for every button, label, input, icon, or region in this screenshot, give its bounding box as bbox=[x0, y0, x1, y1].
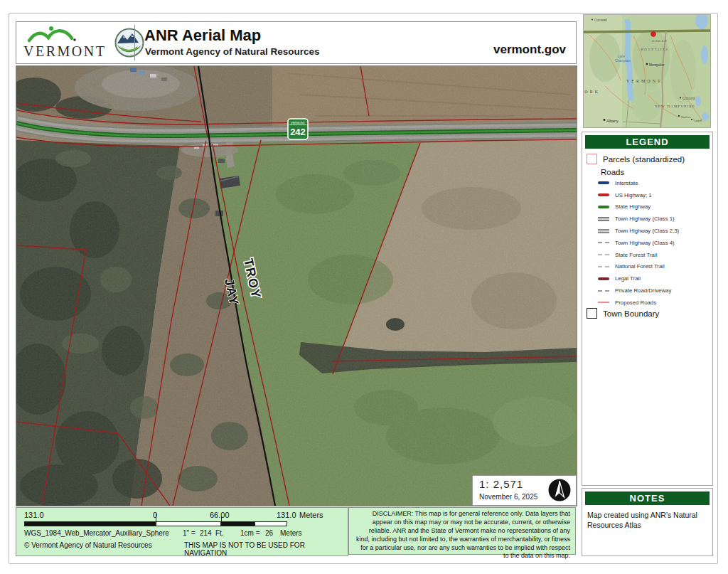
inch-unit: Ft. bbox=[215, 529, 224, 537]
legend-item-label: Town Highway (Class 1) bbox=[615, 216, 675, 222]
inset-border-road bbox=[584, 31, 710, 32]
inset-label-lowell: Lowell bbox=[694, 119, 702, 122]
aerial-imagery: TROY JAY VERMONT 242 bbox=[16, 66, 577, 506]
legend-item-label: National Forest Trail bbox=[615, 263, 665, 270]
parcels-swatch bbox=[587, 154, 597, 164]
map-scale-box: 1: 2,571 November 6, 2025 bbox=[472, 475, 577, 506]
inset-label-vermont: VERMONT bbox=[626, 79, 663, 83]
scale-ratio: 1: 2,571 bbox=[479, 478, 523, 490]
route-shield-header: VERMONT bbox=[291, 121, 306, 124]
legend-item-label: Interstate bbox=[615, 180, 638, 186]
header: VERMONT ANR Aerial Map Vermont Agency of… bbox=[16, 21, 577, 64]
legend-item-swatch bbox=[598, 217, 609, 221]
scale-num-mid: 66.00 bbox=[210, 511, 230, 519]
legend-item-swatch bbox=[598, 290, 609, 292]
disclaimer-panel: DISCLAIMER: This map is for general refe… bbox=[348, 507, 576, 555]
legend-item: State Highway bbox=[598, 201, 711, 213]
inset-label-cornwall: Cornwall bbox=[594, 18, 607, 22]
legend-item: Proposed Roads bbox=[598, 297, 711, 309]
vermont-logo-sun bbox=[49, 26, 53, 31]
legend-item-label: Town Highway (Class 2,3) bbox=[615, 228, 679, 234]
vermont-gov-link[interactable]: vermont.gov bbox=[493, 43, 566, 57]
scale-unit: Meters bbox=[299, 511, 323, 519]
scalebar-tick-mid bbox=[221, 516, 222, 521]
vermont-logo-dot bbox=[73, 38, 76, 41]
legend-item-label: US Highway; 1 bbox=[615, 192, 652, 198]
legend-item-label: Private Road/Driveway bbox=[615, 287, 671, 294]
legend-item-label: Proposed Roads bbox=[615, 299, 656, 306]
map-viewport: TROY JAY VERMONT 242 1: 2,571 November 6… bbox=[16, 65, 577, 506]
legend-parcels-row: Parcels (standardized) bbox=[587, 154, 685, 164]
legend-town-boundary-row: Town Boundary bbox=[587, 308, 659, 319]
legend-item-swatch bbox=[598, 229, 609, 233]
legend-item-swatch bbox=[598, 266, 609, 267]
vermont-logo-mountains bbox=[29, 31, 72, 41]
notes-header: NOTES bbox=[585, 491, 710, 505]
scale-num-right: 131.0 bbox=[277, 511, 296, 519]
legend-item: Interstate bbox=[598, 177, 711, 189]
legend-item-swatch bbox=[598, 277, 609, 280]
legend-header: LEGEND bbox=[585, 135, 710, 149]
legend-item-label: Town Highway (Class 4) bbox=[615, 240, 675, 246]
notes-panel: NOTES Map created using ANR's Natural Re… bbox=[582, 488, 713, 556]
legend-roads-row: Roads bbox=[601, 168, 624, 176]
legend-item-label: Legal Trail bbox=[615, 275, 641, 282]
projection-label: WGS_1984_Web_Mercator_Auxiliary_Sphere bbox=[24, 529, 169, 537]
legend-item: State Forest Trail bbox=[598, 249, 711, 261]
legend-item-swatch bbox=[598, 254, 609, 255]
disclaimer-text: DISCLAIMER: This map is for general refe… bbox=[355, 510, 570, 560]
legend-item-swatch bbox=[598, 302, 609, 303]
inset-label-concord: Concord bbox=[682, 97, 695, 100]
legend-item: National Forest Trail bbox=[598, 261, 711, 273]
inset-label-nashua: Nashua bbox=[681, 115, 692, 119]
north-arrow-icon bbox=[547, 478, 572, 502]
copyright: © Vermont Agency of Natural Resources bbox=[24, 541, 152, 549]
legend-road-items: InterstateUS Highway; 1State HighwayTown… bbox=[598, 177, 711, 309]
anr-logo-icon bbox=[114, 28, 144, 58]
scalebar-seg2 bbox=[156, 521, 221, 526]
inset-label-green: GREEN bbox=[652, 39, 668, 43]
route-shield-number: 242 bbox=[290, 127, 306, 137]
cm-unit: Meters bbox=[280, 529, 302, 537]
legend-panel: LEGEND Parcels (standardized) Roads Inte… bbox=[582, 132, 713, 486]
inset-label-york: YORK bbox=[583, 90, 600, 94]
town-boundary-swatch bbox=[587, 308, 597, 319]
legend-item-label: State Highway bbox=[615, 203, 651, 210]
inset-label-new-hampshire: NEW HAMPSHIRE bbox=[655, 105, 695, 108]
page: VERMONT ANR Aerial Map Vermont Agency of… bbox=[0, 0, 728, 574]
scalebar-seg3 bbox=[221, 521, 255, 526]
page-title: ANR Aerial Map bbox=[144, 26, 261, 45]
scalebar-panel: 131.0 0 66.00 131.0 Meters WGS_1984_Web_… bbox=[16, 507, 348, 556]
legend-item-swatch bbox=[598, 181, 609, 184]
legend-item: Legal Trail bbox=[598, 272, 711, 285]
legend-item-swatch bbox=[598, 193, 609, 196]
town-boundary-label: Town Boundary bbox=[603, 309, 659, 318]
vermont-logo: VERMONT bbox=[22, 25, 113, 60]
scalebar-seg1 bbox=[24, 521, 156, 526]
route-shield-242: VERMONT 242 bbox=[288, 119, 308, 139]
legend-item-swatch bbox=[598, 206, 609, 208]
inset-label-mountains: MOUNTAINS bbox=[640, 48, 668, 51]
inset-locator-map: Cornwall GREEN MOUNTAINS Lake Champlain … bbox=[583, 14, 711, 128]
legend-item-label: State Forest Trail bbox=[615, 252, 657, 258]
roads-label: Roads bbox=[601, 168, 624, 176]
inch-eq: 1" = bbox=[183, 529, 196, 537]
scalebar-tick-zero bbox=[156, 514, 156, 521]
legend-item: US Highway; 1 bbox=[598, 189, 711, 201]
legend-item: Town Highway (Class 2,3) bbox=[598, 225, 711, 237]
inset-location-marker bbox=[651, 32, 656, 37]
inset-label-lake1: Lake bbox=[618, 55, 625, 58]
cm-eq: 1cm = bbox=[240, 529, 260, 537]
notes-body: Map created using ANR's Natural Resource… bbox=[587, 511, 705, 530]
parcels-label: Parcels (standardized) bbox=[603, 155, 685, 164]
map-date: November 6, 2025 bbox=[479, 493, 537, 501]
scale-num-left: 131.0 bbox=[24, 511, 44, 519]
inset-label-lake2: Champlain bbox=[615, 59, 631, 63]
scalebar-seg4 bbox=[255, 521, 287, 526]
inch-val: 214 bbox=[200, 529, 212, 537]
legend-item: Town Highway (Class 4) bbox=[598, 237, 711, 249]
legend-item: Private Road/Driveway bbox=[598, 285, 711, 297]
header-divider bbox=[134, 25, 135, 60]
inset-label-albany: Albany bbox=[606, 119, 619, 123]
inset-label-montpelier: Montpelier bbox=[649, 63, 665, 67]
